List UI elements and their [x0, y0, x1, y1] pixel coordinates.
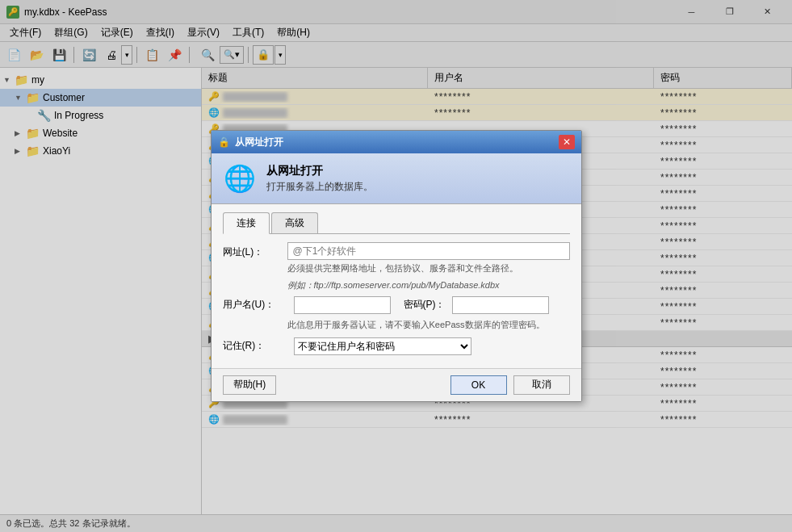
dialog-header-title: 从网址打开 — [266, 164, 373, 178]
dialog-overlay: 🔒 从网址打开 ✕ 🌐 从网址打开 打开服务器上的数据库。 连接 高级 网址(L… — [0, 0, 792, 532]
tab-connect[interactable]: 连接 — [223, 212, 270, 234]
dialog-tabs: 连接 高级 — [223, 212, 570, 234]
remember-label: 记住(R)： — [223, 339, 287, 353]
dialog-header-subtitle: 打开服务器上的数据库。 — [266, 180, 373, 194]
dialog-title-bar: 🔒 从网址打开 ✕ — [212, 131, 581, 153]
tab-advanced[interactable]: 高级 — [271, 212, 318, 233]
url-example: 例如：ftp://ftp.someserver.com/pub/MyDataba… — [287, 279, 570, 291]
ok-button[interactable]: OK — [450, 375, 507, 395]
password-label: 密码(P)： — [404, 298, 446, 312]
dialog-lock-icon: 🔒 — [218, 136, 230, 148]
dialog-title-label: 从网址打开 — [235, 136, 283, 149]
url-form-row: 网址(L)： 必须提供完整网络地址，包括协议、服务器和文件全路径。 例如：ftp… — [223, 242, 570, 291]
url-example-value: ftp://ftp.someserver.com/pub/MyDatabase.… — [314, 280, 500, 290]
dialog-header: 🌐 从网址打开 打开服务器上的数据库。 — [212, 153, 581, 204]
dialog-close-button[interactable]: ✕ — [559, 135, 575, 149]
url-hint: 必须提供完整网络地址，包括协议、服务器和文件全路径。 — [287, 262, 570, 274]
open-from-url-dialog: 🔒 从网址打开 ✕ 🌐 从网址打开 打开服务器上的数据库。 连接 高级 网址(L… — [211, 130, 582, 401]
dialog-title-content: 🔒 从网址打开 — [218, 136, 283, 149]
dialog-footer: 帮助(H) OK 取消 — [212, 368, 581, 401]
credentials-row: 用户名(U)： 密码(P)： — [223, 296, 570, 314]
dialog-header-text: 从网址打开 打开服务器上的数据库。 — [266, 164, 373, 194]
url-label: 网址(L)： — [223, 242, 287, 259]
username-input[interactable] — [294, 296, 391, 314]
url-form-content: 必须提供完整网络地址，包括协议、服务器和文件全路径。 例如：ftp://ftp.… — [287, 242, 570, 291]
auth-hint: 此信息用于服务器认证，请不要输入KeePass数据库的管理密码。 — [287, 319, 570, 331]
remember-select[interactable]: 不要记住用户名和密码 — [294, 337, 471, 355]
url-example-prefix: 例如： — [287, 280, 314, 290]
url-input[interactable] — [287, 242, 570, 260]
password-input[interactable] — [452, 296, 549, 314]
help-button[interactable]: 帮助(H) — [223, 375, 277, 395]
cancel-button[interactable]: 取消 — [513, 375, 570, 395]
username-label: 用户名(U)： — [223, 298, 287, 312]
remember-row: 记住(R)： 不要记住用户名和密码 — [223, 337, 570, 355]
dialog-footer-right: OK 取消 — [450, 375, 570, 395]
dialog-header-globe-icon: 🌐 — [223, 161, 257, 195]
dialog-body: 连接 高级 网址(L)： 必须提供完整网络地址，包括协议、服务器和文件全路径。 … — [212, 204, 581, 367]
